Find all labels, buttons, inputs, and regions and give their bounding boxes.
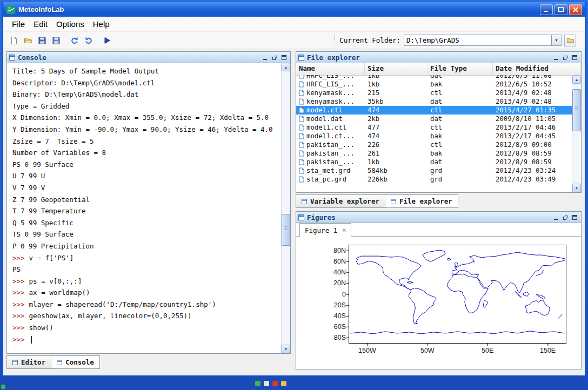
scroll-up-icon[interactable]: ▲ bbox=[572, 75, 581, 84]
menu-item-options[interactable]: Options bbox=[52, 18, 89, 30]
file-date: 2009/8/10 11:05 bbox=[493, 115, 572, 123]
console-line: >>>ax = worldmap() bbox=[12, 287, 279, 299]
table-row[interactable]: sta_pc.grd 226kb grd 2012/4/23 03:49 bbox=[296, 175, 572, 184]
current-folder-value: D:\Temp\GrADS bbox=[404, 36, 551, 44]
file-icon bbox=[299, 81, 304, 88]
figures-panel-header[interactable]: Figures bbox=[296, 212, 581, 223]
panel-float-button[interactable] bbox=[563, 214, 569, 220]
console-line: PS 0 99 Surface bbox=[12, 159, 279, 171]
table-row[interactable]: model1.ct... 474 bak 2013/2/17 04:45 bbox=[296, 132, 572, 140]
panel-title: File explorer bbox=[307, 53, 553, 62]
scrollbar-thumb[interactable] bbox=[572, 89, 581, 131]
browse-folder-button[interactable] bbox=[564, 35, 576, 46]
file-table-header[interactable]: NameSizeFile TypeDate Modified bbox=[296, 63, 581, 76]
console-line: >>>mlayer = shaperead('D:/Temp/map/count… bbox=[12, 299, 279, 311]
file-size: 215 bbox=[365, 89, 427, 97]
maximize-button[interactable] bbox=[554, 4, 567, 15]
open-file-button[interactable] bbox=[22, 34, 35, 47]
tab-variable-explorer[interactable]: Variable explorer bbox=[296, 194, 385, 208]
file-date: 2012/6/5 10:52 bbox=[493, 80, 572, 89]
current-folder-combobox[interactable]: D:\Temp\GrADS ▼ bbox=[404, 35, 562, 46]
console-output[interactable]: Title: 5 Days of Sample Model OutputDesc… bbox=[7, 63, 281, 353]
save-as-button[interactable] bbox=[50, 34, 63, 47]
console-panel-header[interactable]: Console bbox=[7, 52, 290, 63]
main-content: Console Title: 5 Days of Sample Model Ou… bbox=[3, 49, 585, 375]
run-script-button[interactable] bbox=[101, 34, 113, 47]
file-icon bbox=[299, 124, 304, 131]
world-map bbox=[349, 245, 566, 343]
new-file-button[interactable] bbox=[8, 34, 21, 47]
table-row[interactable]: HRFC_LIS_... 1kb dat 2012/6/5 11:08 bbox=[296, 75, 572, 80]
column-header-date-modified[interactable]: Date Modified bbox=[493, 63, 581, 75]
file-table: HRFC_LIS_... 1kb dat 2012/6/5 11:08 HRFC… bbox=[296, 75, 572, 192]
scroll-up-icon[interactable]: ▲ bbox=[282, 63, 290, 71]
panel-float-button[interactable] bbox=[272, 55, 278, 60]
undo-button[interactable] bbox=[68, 34, 81, 47]
table-row[interactable]: sta_met.grd 584kb grd 2012/4/23 03:24 bbox=[296, 166, 572, 175]
tab-figure-1[interactable]: Figure 1 × bbox=[299, 223, 351, 237]
file-explorer-scrollbar[interactable]: ▲ ▼ bbox=[572, 75, 581, 192]
column-header-size[interactable]: Size bbox=[365, 63, 427, 75]
panel-minimize-button[interactable] bbox=[553, 55, 559, 60]
table-row[interactable]: kenyamask... 35kb dat 2013/4/9 02:48 bbox=[296, 97, 572, 106]
tab-icon bbox=[391, 199, 396, 204]
table-row[interactable]: kenyamask... 215 ctl 2013/4/9 02:48 bbox=[296, 89, 572, 97]
table-row[interactable]: HRFC_LIS_... 1kb bak 2012/6/5 10:52 bbox=[296, 80, 572, 89]
file-size: 35kb bbox=[365, 97, 427, 106]
tab-icon bbox=[302, 199, 307, 204]
scroll-down-icon[interactable]: ▼ bbox=[282, 345, 290, 353]
panel-minimize-button[interactable] bbox=[553, 214, 559, 220]
minimize-button[interactable] bbox=[540, 4, 553, 15]
column-header-file-type[interactable]: File Type bbox=[427, 63, 493, 75]
scroll-down-icon[interactable]: ▼ bbox=[572, 184, 581, 192]
close-figure-icon[interactable]: × bbox=[342, 226, 346, 234]
panel-maximize-button[interactable] bbox=[572, 214, 578, 220]
console-line: >>> bbox=[12, 334, 279, 346]
tab-editor[interactable]: Editor bbox=[6, 355, 51, 369]
file-explorer-panel-header[interactable]: File explorer bbox=[296, 52, 581, 63]
window-titlebar[interactable]: MeteoInfoLab bbox=[3, 2, 585, 17]
close-button[interactable] bbox=[569, 4, 582, 15]
file-name: pakistan_... bbox=[306, 158, 355, 166]
x-axis-tick-label: 150W bbox=[358, 347, 376, 354]
file-size: 477 bbox=[365, 123, 427, 132]
file-type: grd bbox=[427, 175, 493, 184]
panel-float-button[interactable] bbox=[563, 55, 569, 60]
file-icon bbox=[299, 142, 304, 148]
tab-file-explorer[interactable]: File explorer bbox=[385, 194, 458, 208]
panel-minimize-button[interactable] bbox=[263, 55, 269, 60]
table-row[interactable]: pakistan_... 226 ctl 2012/8/9 09:00 bbox=[296, 140, 572, 149]
console-prompt: >>> bbox=[12, 300, 25, 308]
tab-console[interactable]: Console bbox=[51, 355, 100, 369]
panel-maximize-button[interactable] bbox=[572, 55, 578, 60]
table-row[interactable]: model1.ctl 477 ctl 2013/2/17 04:46 bbox=[296, 123, 572, 132]
chevron-down-icon[interactable]: ▼ bbox=[551, 35, 561, 45]
console-line: >>>show() bbox=[12, 322, 279, 334]
save-button[interactable] bbox=[36, 34, 49, 47]
table-row[interactable]: model.ctl 474 ctl 2015/4/27 01:35 bbox=[296, 106, 572, 115]
table-row[interactable]: pakistan_... 1kb dat 2012/8/9 08:59 bbox=[296, 158, 572, 166]
console-scrollbar[interactable]: ▲ ▼ bbox=[281, 63, 290, 353]
scrollbar-thumb[interactable] bbox=[282, 214, 290, 246]
menu-item-edit[interactable]: Edit bbox=[29, 18, 52, 30]
file-name: sta_pc.grd bbox=[306, 175, 346, 184]
console-line: Zsize = 7 Tsize = 5 bbox=[12, 136, 279, 147]
explorer-tabstrip: Variable explorerFile explorer bbox=[296, 194, 458, 208]
table-row[interactable]: model.dat 2kb dat 2009/8/10 11:05 bbox=[296, 115, 572, 123]
figure-tab-label: Figure 1 bbox=[305, 226, 337, 234]
file-name: model.dat bbox=[306, 115, 343, 123]
map-axes[interactable]: 80N60N40N20N020S40S60S80S 150W50W50E150E bbox=[349, 245, 566, 344]
tab-label: Console bbox=[65, 358, 94, 366]
panel-maximize-button[interactable] bbox=[281, 55, 287, 60]
console-line: Y Dimension: Ymin = -90.0; Ymax = 90.0; … bbox=[12, 124, 279, 136]
file-name: model1.ct... bbox=[306, 132, 355, 140]
file-icon bbox=[299, 176, 304, 183]
redo-button[interactable] bbox=[82, 34, 95, 47]
file-size: 474 bbox=[365, 132, 427, 140]
menu-item-help[interactable]: Help bbox=[89, 18, 114, 30]
console-line: >>>geoshow(ax, mlayer, linecolor=(0,0,25… bbox=[12, 310, 279, 322]
file-date: 2013/2/17 04:46 bbox=[493, 123, 572, 132]
table-row[interactable]: pakistan_... 261 bak 2012/8/9 08:59 bbox=[296, 149, 572, 158]
menu-item-file[interactable]: File bbox=[8, 18, 29, 30]
column-header-name[interactable]: Name bbox=[296, 63, 365, 75]
